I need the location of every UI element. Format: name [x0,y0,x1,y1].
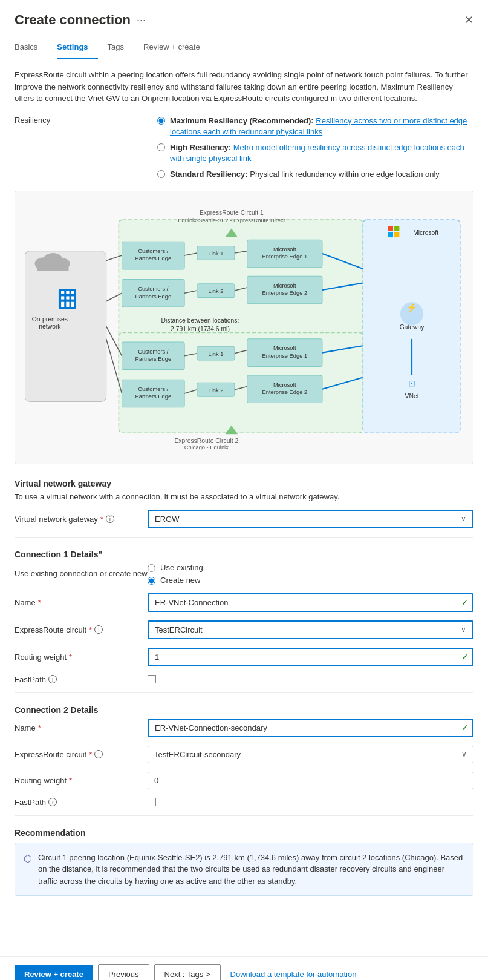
svg-text:network: network [39,324,61,331]
recommendation-icon: ⬡ [24,853,32,864]
conn1-fastpath-info-icon[interactable]: i [48,675,57,683]
conn1-options-row: Use existing connection or create new Us… [15,563,473,585]
svg-text:Customers /: Customers / [138,349,169,355]
network-diagram: On-premises network ExpressRoute Circuit… [25,201,463,452]
tab-tags[interactable]: Tags [108,38,134,59]
svg-rect-13 [66,302,69,307]
svg-text:⚡: ⚡ [406,303,418,314]
svg-rect-14 [71,302,74,307]
conn2-circuit-value: TestERCircuit-secondary [154,750,241,759]
vng-section-desc: To use a virtual network with a connecti… [15,492,473,501]
svg-rect-12 [61,302,64,307]
svg-rect-76 [394,232,399,237]
ellipsis-menu[interactable]: ··· [137,14,146,27]
vng-dropdown[interactable]: ERGW ∨ [148,510,473,528]
svg-text:Partners Edge: Partners Edge [135,394,172,400]
svg-rect-6 [61,291,64,294]
tab-basics[interactable]: Basics [15,38,47,59]
svg-text:Link 2: Link 2 [208,289,223,295]
svg-rect-73 [388,226,393,231]
svg-text:Partners Edge: Partners Edge [135,357,172,363]
svg-rect-11 [71,297,74,300]
conn2-name-check-icon: ✓ [461,723,469,732]
svg-rect-4 [37,264,69,271]
download-template-button[interactable]: Download a template for automation [230,970,357,979]
resiliency-standard-radio[interactable] [157,170,165,178]
conn2-name-input[interactable] [148,719,473,737]
page-title: Create connection [15,12,131,28]
footer: Review + create Previous Next : Tags > D… [0,956,488,980]
tab-review-create[interactable]: Review + create [143,38,210,59]
conn1-routing-check-icon: ✓ [461,652,469,662]
tab-settings[interactable]: Settings [57,38,97,59]
conn1-circuit-required: * [89,625,92,634]
svg-rect-10 [66,297,69,300]
close-button[interactable]: ✕ [464,13,473,27]
conn1-use-existing-radio[interactable] [148,564,155,572]
conn1-fastpath-row: FastPath i [15,675,473,684]
svg-rect-0 [25,251,106,402]
conn1-name-label: Name [15,598,36,607]
recommendation-text: Circuit 1 peering location (Equinix-Seat… [38,852,464,887]
vng-row: Virtual network gateway * i ERGW ∨ [15,510,473,528]
conn2-routing-input[interactable] [148,772,473,789]
svg-text:Microsoft: Microsoft [413,229,438,236]
conn1-name-input[interactable] [148,593,473,612]
conn2-routing-label: Routing weight [15,776,67,785]
conn2-circuit-info-icon[interactable]: i [94,750,103,758]
conn2-fastpath-label: FastPath [15,798,46,807]
next-button[interactable]: Next : Tags > [154,964,221,980]
conn1-fastpath-checkbox[interactable] [148,675,156,683]
previous-button[interactable]: Previous [98,964,149,980]
conn1-routing-label: Routing weight [15,653,67,662]
conn1-section-title: Connection 1 Details" [15,550,473,559]
conn1-circuit-info-icon[interactable]: i [94,625,103,634]
svg-text:⊡: ⊡ [408,378,415,388]
conn1-circuit-dropdown[interactable]: TestERCircuit ∨ [148,620,473,639]
svg-rect-8 [71,291,74,294]
conn1-routing-input[interactable] [148,648,473,666]
page-description: ExpressRoute circuit within a peering lo… [15,69,473,105]
svg-text:Distance between locations:: Distance between locations: [161,317,239,324]
conn1-radio-group: Use existing Create new [148,563,473,585]
conn1-name-check-icon: ✓ [461,597,469,607]
resiliency-high-radio[interactable] [157,143,165,151]
svg-text:Enterprise Edge 2: Enterprise Edge 2 [262,389,308,395]
conn1-routing-row: Routing weight * ✓ [15,648,473,666]
svg-text:ExpressRoute Circuit 2: ExpressRoute Circuit 2 [174,438,238,444]
conn2-routing-required: * [69,776,72,785]
svg-text:Partners Edge: Partners Edge [135,256,172,262]
recommendation-section-title: Recommendation [15,828,473,838]
conn2-name-label: Name [15,723,36,732]
svg-text:Enterprise Edge 1: Enterprise Edge 1 [262,254,308,260]
resiliency-max-label: Maximum Resiliency (Recommended): Resili… [170,116,473,137]
svg-text:Enterprise Edge 1: Enterprise Edge 1 [262,353,308,359]
svg-text:Microsoft: Microsoft [273,382,296,388]
svg-text:Microsoft: Microsoft [273,283,296,289]
conn1-name-row: Name * ✓ [15,593,473,612]
conn2-name-row: Name * ✓ [15,719,473,737]
review-create-button[interactable]: Review + create [15,965,93,980]
vng-section-title: Virtual network gateway [15,479,473,488]
vng-required: * [100,515,103,524]
conn2-fastpath-checkbox[interactable] [148,798,156,806]
vng-chevron-icon: ∨ [461,515,466,523]
conn1-use-existing-label: Use existing connection or create new [15,569,148,578]
svg-text:Enterprise Edge 2: Enterprise Edge 2 [262,291,308,297]
resiliency-options: Maximum Resiliency (Recommended): Resili… [157,116,473,180]
vng-info-icon[interactable]: i [106,515,114,523]
conn1-name-required: * [38,598,41,607]
conn1-create-new-radio[interactable] [148,577,155,585]
divider-1 [15,537,473,538]
resiliency-label: Resiliency [15,116,148,125]
conn2-name-required: * [38,723,41,732]
svg-text:Partners Edge: Partners Edge [135,294,172,300]
svg-text:Microsoft: Microsoft [273,346,296,352]
conn2-circuit-chevron-icon: ∨ [461,750,467,758]
conn2-fastpath-info-icon[interactable]: i [48,798,57,806]
conn1-circuit-value: TestERCircuit [155,625,203,634]
svg-text:ExpressRoute Circuit 1: ExpressRoute Circuit 1 [200,209,264,216]
conn1-circuit-label: ExpressRoute circuit [15,625,86,634]
resiliency-max-radio[interactable] [157,117,165,125]
conn2-circuit-dropdown[interactable]: TestERCircuit-secondary ∨ [148,746,473,763]
